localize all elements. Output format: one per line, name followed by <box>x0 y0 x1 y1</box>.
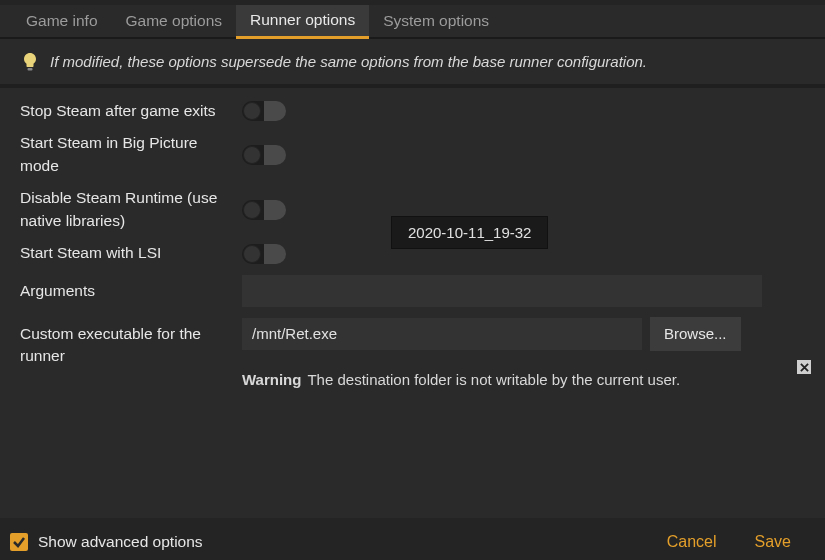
label-custom-exec: Custom executable for the runner <box>20 317 242 368</box>
show-advanced-label: Show advanced options <box>38 533 203 551</box>
arguments-input[interactable] <box>242 275 762 307</box>
save-button[interactable]: Save <box>741 527 805 557</box>
options-panel: Stop Steam after game exits Start Steam … <box>0 88 825 398</box>
info-banner-text: If modified, these options supersede the… <box>50 53 647 70</box>
tab-game-info[interactable]: Game info <box>12 6 112 37</box>
label-arguments: Arguments <box>20 280 242 302</box>
info-banner: If modified, these options supersede the… <box>0 39 825 88</box>
row-stop-steam: Stop Steam after game exits <box>20 100 805 122</box>
tabs-bar: Game info Game options Runner options Sy… <box>0 5 825 39</box>
cancel-button[interactable]: Cancel <box>653 527 731 557</box>
browse-button[interactable]: Browse... <box>650 317 741 351</box>
row-custom-exec: Custom executable for the runner Browse.… <box>20 317 805 388</box>
tab-runner-options[interactable]: Runner options <box>236 5 369 39</box>
label-stop-steam: Stop Steam after game exits <box>20 100 242 122</box>
toggle-big-picture[interactable] <box>242 145 286 165</box>
row-big-picture: Start Steam in Big Picture mode <box>20 132 805 177</box>
warning-text: The destination folder is not writable b… <box>307 371 680 388</box>
toggle-stop-steam[interactable] <box>242 101 286 121</box>
hover-tooltip: 2020-10-11_19-32 <box>391 216 548 249</box>
tab-game-options[interactable]: Game options <box>112 6 237 37</box>
warning-label: Warning <box>242 371 301 388</box>
lightbulb-icon <box>22 54 38 70</box>
show-advanced-checkbox[interactable] <box>10 533 28 551</box>
toggle-start-lsi[interactable] <box>242 244 286 264</box>
svg-rect-0 <box>28 68 33 71</box>
close-icon[interactable] <box>797 360 811 374</box>
label-start-lsi: Start Steam with LSI <box>20 242 242 264</box>
toggle-disable-runtime[interactable] <box>242 200 286 220</box>
warning-message: Warning The destination folder is not wr… <box>242 371 805 388</box>
row-arguments: Arguments <box>20 275 805 307</box>
tab-system-options[interactable]: System options <box>369 6 503 37</box>
footer-bar: Show advanced options Cancel Save <box>0 518 825 560</box>
label-big-picture: Start Steam in Big Picture mode <box>20 132 242 177</box>
custom-exec-path-input[interactable] <box>242 318 642 350</box>
label-disable-runtime: Disable Steam Runtime (use native librar… <box>20 187 242 232</box>
